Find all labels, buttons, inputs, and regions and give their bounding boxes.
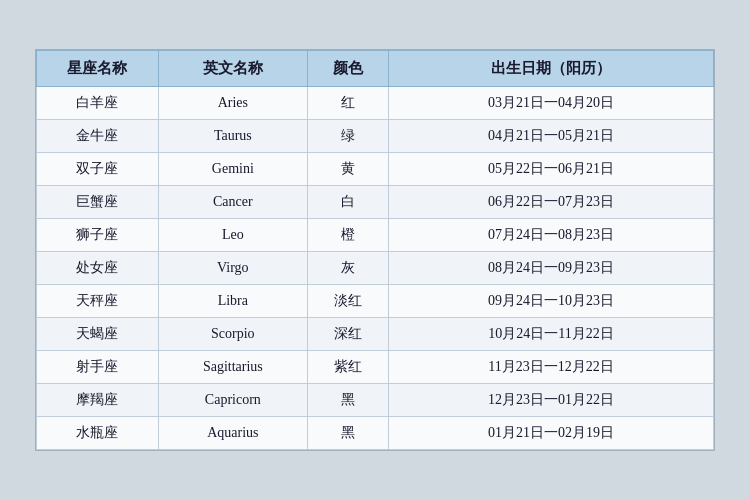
cell-english: Cancer [158, 186, 307, 219]
cell-chinese: 天蝎座 [37, 318, 159, 351]
cell-english: Aquarius [158, 417, 307, 450]
cell-english: Sagittarius [158, 351, 307, 384]
cell-date: 12月23日一01月22日 [389, 384, 714, 417]
cell-color: 黑 [307, 384, 388, 417]
cell-date: 07月24日一08月23日 [389, 219, 714, 252]
cell-color: 灰 [307, 252, 388, 285]
cell-english: Aries [158, 87, 307, 120]
cell-date: 09月24日一10月23日 [389, 285, 714, 318]
cell-date: 01月21日一02月19日 [389, 417, 714, 450]
cell-color: 黑 [307, 417, 388, 450]
cell-english: Capricorn [158, 384, 307, 417]
cell-date: 05月22日一06月21日 [389, 153, 714, 186]
cell-color: 红 [307, 87, 388, 120]
cell-chinese: 金牛座 [37, 120, 159, 153]
cell-date: 08月24日一09月23日 [389, 252, 714, 285]
table-row: 处女座Virgo灰08月24日一09月23日 [37, 252, 714, 285]
cell-date: 03月21日一04月20日 [389, 87, 714, 120]
cell-chinese: 天秤座 [37, 285, 159, 318]
cell-chinese: 巨蟹座 [37, 186, 159, 219]
cell-english: Leo [158, 219, 307, 252]
cell-chinese: 白羊座 [37, 87, 159, 120]
cell-chinese: 处女座 [37, 252, 159, 285]
cell-chinese: 狮子座 [37, 219, 159, 252]
cell-color: 绿 [307, 120, 388, 153]
table-row: 天蝎座Scorpio深红10月24日一11月22日 [37, 318, 714, 351]
cell-english: Libra [158, 285, 307, 318]
table-row: 天秤座Libra淡红09月24日一10月23日 [37, 285, 714, 318]
table-row: 水瓶座Aquarius黑01月21日一02月19日 [37, 417, 714, 450]
table-row: 摩羯座Capricorn黑12月23日一01月22日 [37, 384, 714, 417]
cell-date: 10月24日一11月22日 [389, 318, 714, 351]
table-row: 白羊座Aries红03月21日一04月20日 [37, 87, 714, 120]
cell-chinese: 水瓶座 [37, 417, 159, 450]
table-row: 狮子座Leo橙07月24日一08月23日 [37, 219, 714, 252]
table-row: 双子座Gemini黄05月22日一06月21日 [37, 153, 714, 186]
cell-color: 深红 [307, 318, 388, 351]
cell-color: 淡红 [307, 285, 388, 318]
cell-color: 黄 [307, 153, 388, 186]
header-color: 颜色 [307, 51, 388, 87]
cell-chinese: 摩羯座 [37, 384, 159, 417]
cell-color: 紫红 [307, 351, 388, 384]
table-row: 射手座Sagittarius紫红11月23日一12月22日 [37, 351, 714, 384]
cell-english: Virgo [158, 252, 307, 285]
cell-date: 11月23日一12月22日 [389, 351, 714, 384]
cell-color: 橙 [307, 219, 388, 252]
cell-chinese: 射手座 [37, 351, 159, 384]
table-header-row: 星座名称 英文名称 颜色 出生日期（阳历） [37, 51, 714, 87]
cell-english: Scorpio [158, 318, 307, 351]
cell-english: Gemini [158, 153, 307, 186]
header-english-name: 英文名称 [158, 51, 307, 87]
cell-chinese: 双子座 [37, 153, 159, 186]
cell-date: 06月22日一07月23日 [389, 186, 714, 219]
header-chinese-name: 星座名称 [37, 51, 159, 87]
cell-english: Taurus [158, 120, 307, 153]
header-birth-date: 出生日期（阳历） [389, 51, 714, 87]
table-row: 巨蟹座Cancer白06月22日一07月23日 [37, 186, 714, 219]
zodiac-table: 星座名称 英文名称 颜色 出生日期（阳历） 白羊座Aries红03月21日一04… [36, 50, 714, 450]
cell-date: 04月21日一05月21日 [389, 120, 714, 153]
cell-color: 白 [307, 186, 388, 219]
table-row: 金牛座Taurus绿04月21日一05月21日 [37, 120, 714, 153]
zodiac-table-container: 星座名称 英文名称 颜色 出生日期（阳历） 白羊座Aries红03月21日一04… [35, 49, 715, 451]
